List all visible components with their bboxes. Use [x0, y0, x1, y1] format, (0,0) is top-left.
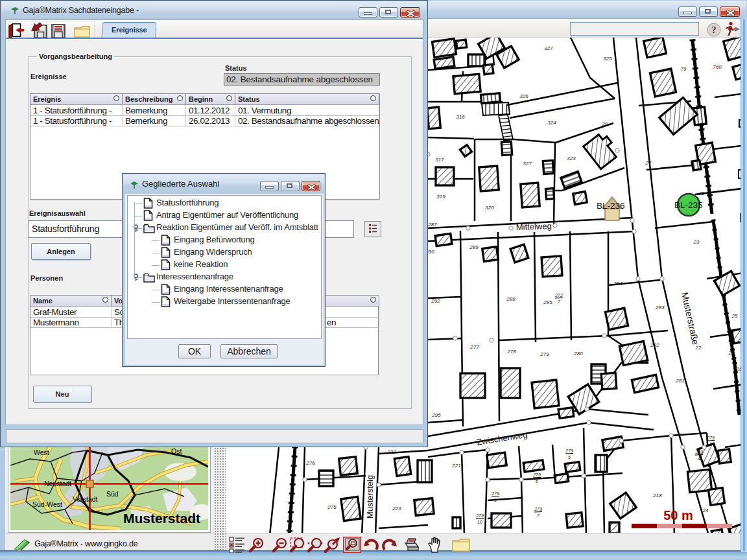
svg-text:275: 275: [327, 504, 337, 510]
svg-text:Süd-West: Süd-West: [32, 500, 62, 508]
svg-text:?: ?: [711, 25, 717, 35]
svg-text:279: 279: [491, 491, 499, 496]
svg-text:292: 292: [431, 298, 440, 304]
svg-text:317: 317: [435, 157, 444, 163]
svg-text:22: 22: [695, 345, 702, 351]
svg-text:Vorstadt: Vorstadt: [73, 495, 98, 503]
svg-text:288: 288: [506, 296, 516, 302]
svg-text:6: 6: [536, 479, 538, 484]
svg-text:277: 277: [469, 344, 479, 350]
svg-text:287: 287: [427, 222, 437, 228]
svg-text:284: 284: [613, 281, 622, 286]
svg-text:279: 279: [534, 507, 542, 511]
svg-text:283: 283: [655, 305, 665, 310]
svg-text:Ost: Ost: [171, 447, 182, 455]
svg-text:223: 223: [392, 506, 401, 511]
svg-text:327: 327: [544, 45, 553, 51]
svg-text:279: 279: [694, 450, 703, 454]
svg-text:324: 324: [547, 120, 556, 126]
svg-text:4: 4: [698, 456, 700, 461]
svg-text:285: 285: [543, 299, 552, 305]
svg-text:5: 5: [568, 455, 571, 460]
svg-text:24: 24: [702, 508, 709, 513]
svg-text:278: 278: [506, 349, 516, 355]
svg-text:279: 279: [706, 436, 715, 440]
svg-text:282: 282: [650, 342, 659, 348]
svg-text:9: 9: [494, 498, 497, 502]
svg-text:279: 279: [532, 472, 541, 477]
svg-text:295: 295: [431, 412, 441, 418]
svg-text:760: 760: [713, 64, 722, 70]
svg-text:221: 221: [451, 463, 460, 469]
svg-text:280: 280: [573, 351, 583, 356]
svg-text:23: 23: [693, 239, 700, 245]
svg-text:BL-235: BL-235: [674, 200, 703, 210]
svg-text:50 m: 50 m: [663, 508, 693, 522]
svg-text:279: 279: [475, 513, 484, 518]
svg-text:320: 320: [485, 205, 494, 211]
svg-text:222: 222: [386, 449, 396, 455]
svg-text:3: 3: [709, 442, 712, 447]
svg-text:218: 218: [652, 493, 662, 498]
svg-text:316: 316: [456, 114, 465, 120]
svg-text:Mittelweg: Mittelweg: [516, 221, 552, 232]
svg-text:279: 279: [540, 351, 549, 357]
svg-text:10: 10: [477, 520, 482, 524]
svg-text:BL-236: BL-236: [597, 201, 625, 211]
svg-text:20: 20: [602, 121, 608, 127]
svg-text:319: 319: [436, 194, 445, 200]
svg-text:326: 326: [519, 93, 528, 99]
svg-text:Süd: Süd: [106, 490, 119, 498]
svg-text:Neustadt: Neustadt: [44, 480, 71, 487]
svg-text:26: 26: [728, 350, 735, 356]
svg-text:25: 25: [731, 313, 738, 319]
svg-text:323: 323: [567, 156, 576, 161]
svg-text:Musterstadt: Musterstadt: [123, 511, 200, 526]
svg-text:276: 276: [305, 460, 315, 466]
svg-text:22: 22: [698, 191, 705, 196]
svg-text:279: 279: [565, 449, 573, 453]
svg-text:West: West: [34, 449, 49, 456]
svg-text:272: 272: [554, 293, 563, 298]
svg-text:Mustersteig: Mustersteig: [365, 475, 375, 519]
svg-text:79: 79: [681, 66, 687, 72]
svg-text:289: 289: [469, 244, 479, 250]
svg-text:325: 325: [603, 56, 612, 62]
svg-text:327: 327: [523, 161, 532, 167]
svg-text:281: 281: [675, 378, 684, 384]
svg-text:27: 27: [645, 160, 652, 166]
